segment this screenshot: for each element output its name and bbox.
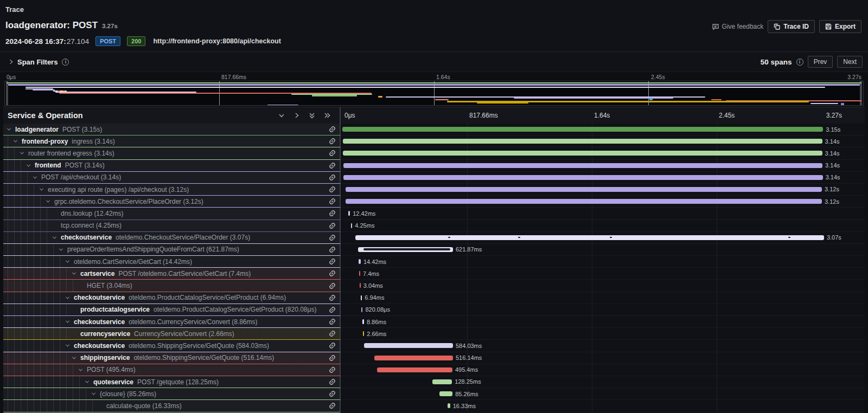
span-name-cell[interactable]: quoteservicePOST /getquote (128.25ms) [3,376,341,388]
span-bar[interactable] [377,367,452,372]
span-name-cell[interactable]: checkoutserviceoteldemo.ShippingService/… [3,340,341,352]
span-bar[interactable] [439,391,452,396]
span-link-icon[interactable] [329,318,340,325]
span-timeline-cell[interactable]: 4.25ms [341,220,865,232]
span-bar[interactable] [346,199,822,204]
span-bar[interactable] [343,139,822,144]
span-timeline-cell[interactable]: 12.42ms [341,208,865,220]
chevron-down-icon[interactable] [92,392,100,395]
span-name-cell[interactable]: router frontend egress (3.14s) [3,147,341,159]
span-timeline-cell[interactable]: 3.14s [341,172,865,184]
span-timeline-cell[interactable]: 516.14ms [341,352,865,364]
span-link-icon[interactable] [329,222,340,229]
span-timeline-cell[interactable]: 495.4ms [341,364,865,376]
span-name-cell[interactable]: POST /api/checkout (3.14s) [3,172,341,184]
span-timeline-cell[interactable]: 820.08μs [341,304,865,316]
span-timeline-cell[interactable]: 3.07s [341,232,865,244]
span-link-icon[interactable] [329,162,340,169]
span-link-icon[interactable] [329,354,340,362]
info-icon[interactable]: i [796,59,803,66]
chevron-down-icon[interactable] [66,260,74,263]
expand-one-icon[interactable] [293,112,301,119]
span-link-icon[interactable] [329,246,340,253]
chevron-right-icon[interactable] [8,60,12,64]
span-bar[interactable] [359,271,360,276]
span-name-cell[interactable]: dns.lookup (12.42ms) [3,208,341,220]
span-bar[interactable] [374,356,453,360]
span-link-icon[interactable] [329,270,340,277]
span-bar[interactable] [362,319,363,324]
span-name-cell[interactable]: checkoutserviceoteldemo.CurrencyService/… [3,316,341,328]
span-link-icon[interactable] [329,234,340,241]
give-feedback-link[interactable]: Give feedback [712,23,764,30]
chevron-down-icon[interactable] [47,200,54,203]
span-timeline-cell[interactable]: 14.42ms [341,256,865,268]
span-name-cell[interactable]: cartservicePOST /oteldemo.CartService/Ge… [3,268,341,280]
collapse-one-icon[interactable] [278,112,285,119]
span-link-icon[interactable] [329,198,340,205]
span-link-icon[interactable] [329,258,340,265]
span-filters-label[interactable]: Span Filters [17,58,58,66]
span-link-icon[interactable] [329,366,340,373]
span-bar[interactable] [358,247,453,252]
span-timeline-cell[interactable]: 584.03ms [341,340,865,352]
span-bar[interactable] [363,331,364,336]
span-timeline-cell[interactable]: 85.26ms [341,388,865,400]
span-link-icon[interactable] [329,378,340,385]
span-link-icon[interactable] [329,330,340,337]
span-bar[interactable] [432,379,452,384]
span-link-icon[interactable] [329,186,340,193]
span-timeline-cell[interactable]: 8.86ms [341,316,865,328]
span-bar[interactable] [355,235,824,240]
span-link-icon[interactable] [329,138,340,145]
span-timeline-cell[interactable]: 2.66ms [341,328,865,340]
chevron-down-icon[interactable] [14,140,22,143]
chevron-down-icon[interactable] [53,236,61,239]
chevron-down-icon[interactable] [73,357,80,359]
span-link-icon[interactable] [329,174,340,181]
span-timeline-cell[interactable]: 621.87ms [341,244,865,256]
span-name-cell[interactable]: frontendPOST (3.14s) [3,160,341,172]
span-timeline-cell[interactable]: 128.25ms [341,376,865,388]
expand-all-icon[interactable] [323,112,331,119]
span-bar[interactable] [360,283,361,288]
span-link-icon[interactable] [329,402,340,409]
chevron-down-icon[interactable] [27,164,35,167]
chevron-down-icon[interactable] [34,176,41,179]
span-bar[interactable] [343,175,822,180]
span-name-cell[interactable]: prepareOrderItemsAndShippingQuoteFromCar… [3,244,341,256]
span-name-cell[interactable]: productcatalogserviceoteldemo.ProductCat… [3,304,341,316]
span-bar[interactable] [346,187,822,192]
span-timeline-cell[interactable]: 3.14s [341,160,865,172]
span-timeline-cell[interactable]: 7.4ms [341,268,865,280]
span-name-cell[interactable]: grpc.oteldemo.CheckoutService/PlaceOrder… [3,196,341,208]
next-button[interactable]: Next [837,56,863,68]
span-bar[interactable] [361,295,362,300]
span-name-cell[interactable]: POST (495.4ms) [3,364,341,376]
span-timeline-cell[interactable]: 3.14s [341,135,865,147]
export-button[interactable]: Export [819,20,861,33]
minimap-canvas[interactable] [4,81,864,106]
span-bar[interactable] [343,151,822,156]
span-name-cell[interactable]: tcp.connect (4.25ms) [3,220,341,232]
span-name-cell[interactable]: oteldemo.CartService/GetCart (14.42ms) [3,256,341,268]
span-bar[interactable] [364,343,453,348]
span-bar[interactable] [361,307,362,312]
span-bar[interactable] [343,163,822,168]
chevron-down-icon[interactable] [86,380,93,383]
span-bar[interactable] [348,211,350,216]
span-link-icon[interactable] [329,210,340,217]
minimap-right-handle[interactable] [860,81,862,105]
span-bar[interactable] [448,403,450,408]
span-link-icon[interactable] [329,150,340,157]
span-link-icon[interactable] [329,390,340,397]
chevron-down-icon[interactable] [66,296,74,299]
chevron-down-icon[interactable] [40,188,48,191]
span-name-cell[interactable]: frontend-proxyingress (3.14s) [3,135,341,147]
span-timeline-cell[interactable]: 6.94ms [341,292,865,304]
span-name-cell[interactable]: {closure} (85.26ms) [3,388,341,400]
chevron-down-icon[interactable] [79,369,87,371]
span-timeline-cell[interactable]: 3.12s [341,184,865,196]
span-name-cell[interactable]: calculate-quote (16.33ms) [3,400,341,412]
span-timeline-cell[interactable]: 3.14s [341,147,865,159]
